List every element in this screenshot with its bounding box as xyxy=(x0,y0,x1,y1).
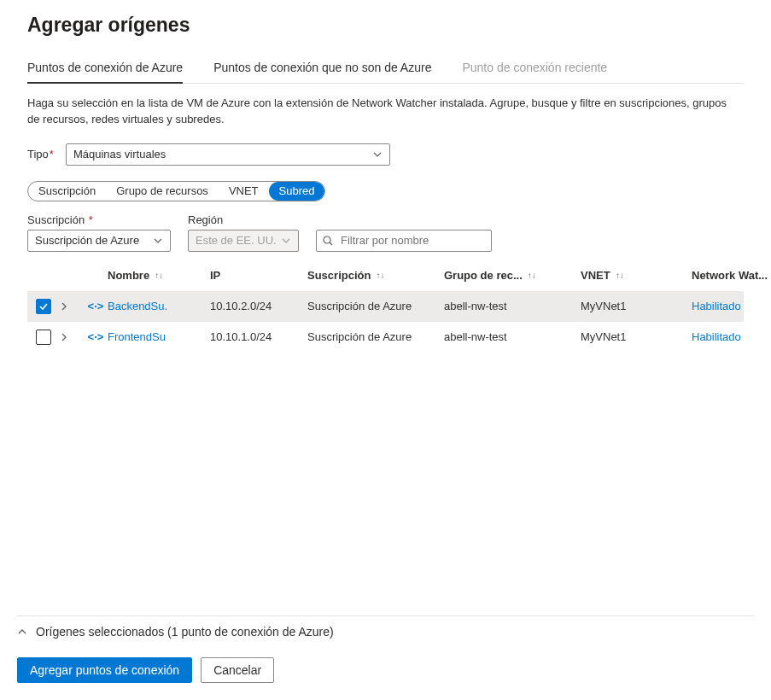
row-resource-group: abell-nw-test xyxy=(444,330,581,343)
pill-vnet[interactable]: VNET xyxy=(219,182,269,201)
pill-subnet[interactable]: Subred xyxy=(269,182,325,201)
subscription-filter-label: Suscripción * xyxy=(27,213,171,226)
row-network-watcher[interactable]: Habilitado xyxy=(692,300,771,312)
name-filter-input[interactable] xyxy=(339,233,486,248)
help-text: Haga su selección en la lista de VM de A… xyxy=(27,96,727,128)
col-ip[interactable]: IP xyxy=(210,269,220,282)
type-label: Tipo* xyxy=(27,148,54,160)
region-filter-label: Región xyxy=(188,213,299,226)
table-row[interactable]: <·> FrontendSu 10.10.1.0/24 Suscripción … xyxy=(27,322,744,353)
name-filter-search[interactable] xyxy=(316,230,492,252)
col-vnet[interactable]: VNET xyxy=(581,269,610,282)
tabs: Puntos de conexión de Azure Puntos de co… xyxy=(27,61,744,84)
add-endpoints-button[interactable]: Agregar puntos de conexión xyxy=(17,657,192,683)
subnet-icon: <·> xyxy=(89,300,102,313)
groupby-pills: Suscripción Grupo de recursos VNET Subre… xyxy=(27,181,325,201)
svg-point-0 xyxy=(324,236,330,243)
pill-subscription[interactable]: Suscripción xyxy=(28,182,106,201)
selected-summary-bar[interactable]: Orígenes seleccionados (1 punto de conex… xyxy=(17,615,754,657)
row-checkbox[interactable] xyxy=(36,330,51,345)
col-subscription[interactable]: Suscripción xyxy=(307,269,371,282)
row-vnet: MyVNet1 xyxy=(581,330,692,343)
region-filter-value: Este de EE. UU. xyxy=(196,234,277,247)
cancel-button[interactable]: Cancelar xyxy=(201,657,274,683)
expand-row-chevron[interactable] xyxy=(60,302,89,311)
pill-resource-group[interactable]: Grupo de recursos xyxy=(106,182,219,201)
row-subscription: Suscripción de Azure xyxy=(307,330,444,343)
row-ip: 10.10.1.0/24 xyxy=(210,330,307,343)
col-network-watcher[interactable]: Network Wat... xyxy=(692,269,768,282)
region-filter-dropdown: Este de EE. UU. xyxy=(188,230,299,252)
chevron-down-icon xyxy=(372,149,383,160)
page-title: Agregar orígenes xyxy=(27,14,744,37)
sort-icon[interactable]: ↑↓ xyxy=(155,271,163,280)
table-row[interactable]: <·> BackendSu. 10.10.2.0/24 Suscripción … xyxy=(27,291,744,322)
row-resource-group: abell-nw-test xyxy=(444,300,581,312)
type-value: Máquinas virtuales xyxy=(73,148,166,160)
chevron-down-icon xyxy=(153,236,163,246)
subscription-filter-value: Suscripción de Azure xyxy=(35,234,139,247)
type-dropdown[interactable]: Máquinas virtuales xyxy=(66,143,390,166)
row-checkbox[interactable] xyxy=(36,299,51,314)
selected-summary-text: Orígenes seleccionados (1 punto de conex… xyxy=(36,625,334,639)
sort-icon[interactable]: ↑↓ xyxy=(376,271,384,280)
svg-line-1 xyxy=(330,242,332,245)
expand-row-chevron[interactable] xyxy=(60,333,89,341)
col-name[interactable]: Nombre xyxy=(108,269,149,282)
row-ip: 10.10.2.0/24 xyxy=(210,300,307,312)
search-icon xyxy=(322,235,334,247)
tab-recent-endpoint: Punto de conexión reciente xyxy=(462,61,607,83)
col-resource-group[interactable]: Grupo de rec... xyxy=(444,269,523,282)
row-name-link[interactable]: FrontendSu xyxy=(108,330,210,343)
tab-azure-endpoints[interactable]: Puntos de conexión de Azure xyxy=(27,61,183,83)
chevron-down-icon xyxy=(281,236,291,246)
subscription-filter-dropdown[interactable]: Suscripción de Azure xyxy=(27,230,171,252)
row-subscription: Suscripción de Azure xyxy=(307,300,444,312)
row-vnet: MyVNet1 xyxy=(581,300,692,312)
chevron-up-icon xyxy=(17,627,27,637)
row-network-watcher[interactable]: Habilitado xyxy=(692,330,771,343)
sort-icon[interactable]: ↑↓ xyxy=(528,271,536,280)
tab-non-azure-endpoints[interactable]: Puntos de conexión que no son de Azure xyxy=(213,61,431,83)
subnet-icon: <·> xyxy=(89,330,102,344)
row-name-link[interactable]: BackendSu. xyxy=(108,300,210,312)
sort-icon[interactable]: ↑↓ xyxy=(616,271,624,280)
results-table: Nombre↑↓ IP Suscripción↑↓ Grupo de rec..… xyxy=(27,260,744,353)
